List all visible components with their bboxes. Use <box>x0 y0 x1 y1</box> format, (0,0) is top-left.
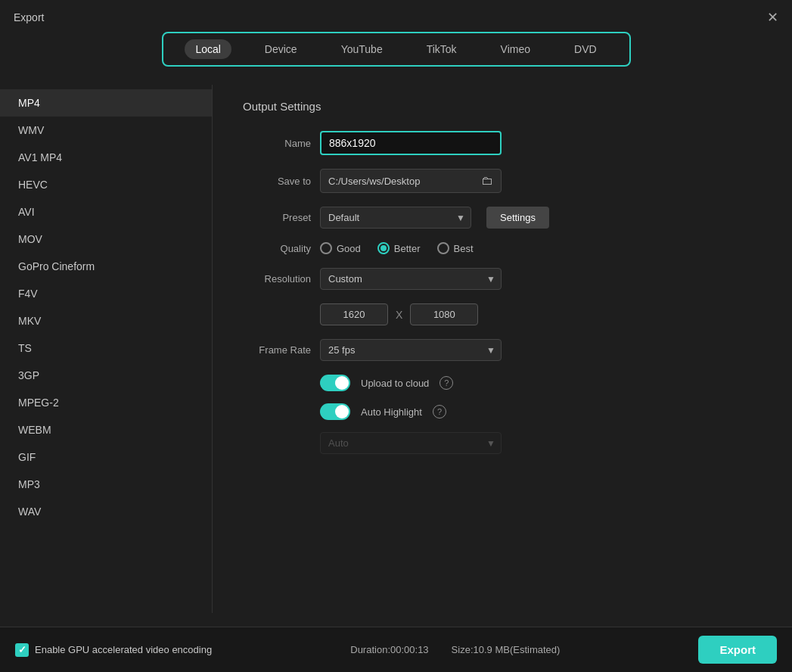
tab-device[interactable]: Device <box>254 39 308 59</box>
upload-cloud-row: Upload to cloud ? <box>320 375 762 391</box>
radio-good-circle <box>320 242 332 254</box>
save-to-label: Save to <box>243 176 311 187</box>
duration-label: Duration: <box>350 644 390 655</box>
quality-row: Quality Good Better Best <box>243 242 762 254</box>
dimensions-row: X <box>320 303 762 325</box>
size-value: 10.9 MB(Estimated) <box>474 644 561 655</box>
folder-icon[interactable]: 🗀 <box>481 174 493 188</box>
sidebar-item-f4v[interactable]: F4V <box>0 280 212 307</box>
save-to-path: C:/Users/ws/Desktop <box>328 176 420 187</box>
auto-highlight-knob <box>335 405 349 418</box>
name-input[interactable] <box>320 131 502 155</box>
auto-highlight-label: Auto Highlight <box>361 406 422 418</box>
dimension-separator: X <box>396 309 402 321</box>
auto-select: Auto <box>320 432 502 454</box>
frame-rate-label: Frame Rate <box>243 344 311 356</box>
upload-cloud-knob <box>335 376 349 390</box>
quality-better[interactable]: Better <box>377 242 421 254</box>
sidebar-item-wmv[interactable]: WMV <box>0 117 212 144</box>
save-to-row: Save to C:/Users/ws/Desktop 🗀 <box>243 169 762 193</box>
tab-youtube[interactable]: YouTube <box>331 39 393 59</box>
app-title: Export <box>14 11 44 23</box>
bottom-bar: ✓ Enable GPU accelerated video encoding … <box>0 627 792 672</box>
sidebar-item-webm[interactable]: WEBM <box>0 416 212 443</box>
auto-highlight-row: Auto Highlight ? <box>320 403 762 420</box>
name-row: Name <box>243 131 762 155</box>
width-input[interactable] <box>320 303 388 325</box>
sidebar-item-3gp[interactable]: 3GP <box>0 362 212 389</box>
preset-select-wrapper: Default Custom ▼ <box>320 207 471 229</box>
resolution-row: Resolution Custom 1920x1080 1280x720 640… <box>243 268 762 290</box>
size-label: Size: <box>452 644 474 655</box>
section-title: Output Settings <box>243 100 762 113</box>
sidebar-item-gopro-cineform[interactable]: GoPro Cineform <box>0 253 212 280</box>
save-to-box[interactable]: C:/Users/ws/Desktop 🗀 <box>320 169 502 193</box>
content-area: Output Settings Name Save to C:/Users/ws… <box>213 85 792 613</box>
preset-label: Preset <box>243 212 311 223</box>
sidebar-item-hevc[interactable]: HEVC <box>0 171 212 198</box>
duration-value: 00:00:13 <box>390 644 429 655</box>
tab-local[interactable]: Local <box>185 39 231 59</box>
sidebar-item-mpeg-2[interactable]: MPEG-2 <box>0 389 212 416</box>
settings-button[interactable]: Settings <box>486 207 549 229</box>
export-button[interactable]: Export <box>698 636 777 664</box>
radio-better-circle <box>377 242 390 254</box>
sidebar-item-mkv[interactable]: MKV <box>0 307 212 334</box>
auto-highlight-toggle[interactable] <box>320 403 350 420</box>
sidebar: MP4WMVAV1 MP4HEVCAVIMOVGoPro CineformF4V… <box>0 85 212 613</box>
upload-cloud-toggle[interactable] <box>320 375 350 391</box>
quality-best-label: Best <box>454 243 474 254</box>
preset-select[interactable]: Default Custom <box>320 207 471 229</box>
sidebar-item-mov[interactable]: MOV <box>0 226 212 253</box>
quality-good-label: Good <box>337 243 361 254</box>
close-button[interactable]: ✕ <box>767 11 778 24</box>
sidebar-item-av1-mp4[interactable]: AV1 MP4 <box>0 144 212 171</box>
height-input[interactable] <box>410 303 478 325</box>
title-bar: Export ✕ <box>0 0 792 32</box>
radio-better-dot <box>380 245 387 251</box>
sidebar-item-avi[interactable]: AVI <box>0 198 212 226</box>
size-info: Size:10.9 MB(Estimated) <box>452 644 561 655</box>
tab-vimeo[interactable]: Vimeo <box>490 39 541 59</box>
quality-better-label: Better <box>394 243 421 254</box>
gpu-label: Enable GPU accelerated video encoding <box>35 644 212 655</box>
sidebar-item-wav[interactable]: WAV <box>0 498 212 525</box>
resolution-select[interactable]: Custom 1920x1080 1280x720 640x480 <box>320 268 502 290</box>
resolution-label: Resolution <box>243 273 311 285</box>
upload-cloud-help-icon[interactable]: ? <box>439 376 453 390</box>
quality-label: Quality <box>243 243 311 254</box>
quality-best[interactable]: Best <box>437 242 474 254</box>
tab-nav: LocalDeviceYouTubeTikTokVimeoDVD <box>162 32 631 67</box>
tab-dvd[interactable]: DVD <box>564 39 607 59</box>
radio-best-circle <box>437 242 449 254</box>
sidebar-item-gif[interactable]: GIF <box>0 443 212 471</box>
preset-row: Preset Default Custom ▼ Settings <box>243 207 762 229</box>
sidebar-item-mp3[interactable]: MP3 <box>0 471 212 498</box>
info-section: Duration:00:00:13 Size:10.9 MB(Estimated… <box>350 644 560 655</box>
main-layout: MP4WMVAV1 MP4HEVCAVIMOVGoPro CineformF4V… <box>0 85 792 613</box>
check-mark: ✓ <box>18 644 26 655</box>
resolution-select-wrapper: Custom 1920x1080 1280x720 640x480 ▼ <box>320 268 502 290</box>
auto-select-wrapper: Auto ▼ <box>320 432 762 454</box>
auto-select-inner: Auto ▼ <box>320 432 502 454</box>
frame-rate-select-wrapper: 25 fps 30 fps 60 fps ▼ <box>320 339 502 361</box>
quality-radio-group: Good Better Best <box>320 242 474 254</box>
gpu-check-row: ✓ Enable GPU accelerated video encoding <box>15 643 212 657</box>
gpu-checkbox[interactable]: ✓ <box>15 643 29 657</box>
frame-rate-row: Frame Rate 25 fps 30 fps 60 fps ▼ <box>243 339 762 361</box>
auto-highlight-help-icon[interactable]: ? <box>433 405 446 418</box>
sidebar-item-mp4[interactable]: MP4 <box>0 89 212 117</box>
upload-cloud-label: Upload to cloud <box>361 378 429 389</box>
frame-rate-select[interactable]: 25 fps 30 fps 60 fps <box>320 339 502 361</box>
name-label: Name <box>243 138 311 149</box>
sidebar-item-ts[interactable]: TS <box>0 334 212 362</box>
tab-tiktok[interactable]: TikTok <box>416 39 467 59</box>
quality-good[interactable]: Good <box>320 242 361 254</box>
duration-info: Duration:00:00:13 <box>350 644 428 655</box>
